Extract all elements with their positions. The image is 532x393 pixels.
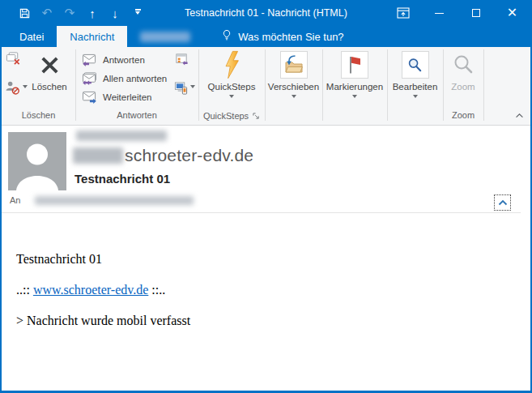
reply-all-button[interactable]: Allen antworten [82, 70, 167, 87]
sender-avatar[interactable] [8, 132, 66, 190]
zoom-magnifier-icon [451, 49, 475, 81]
group-label-zoom: Zoom [443, 110, 483, 122]
close-button[interactable]: ✕ [494, 0, 530, 26]
editing-button-label: Bearbeiten [393, 82, 438, 92]
message-header: schroeter-edv.de Testnachricht 01 An [2, 126, 530, 213]
tab-datei[interactable]: Datei [6, 26, 57, 47]
junk-icon [5, 80, 20, 96]
quicksteps-dropdown-caret [229, 95, 234, 100]
tell-me-box[interactable]: Was möchten Sie tun? [221, 26, 343, 47]
collapse-ribbon-button[interactable] [511, 109, 527, 122]
body-line-1: Testnachricht 01 [16, 252, 514, 266]
header-divider [2, 212, 521, 213]
group-label-loeschen: Löschen [2, 110, 75, 122]
redacted-tab-blur [140, 32, 190, 42]
collapse-header-button[interactable] [494, 194, 511, 211]
tab-redacted[interactable] [127, 26, 203, 47]
lightning-icon [223, 49, 240, 81]
lightbulb-icon [221, 29, 232, 44]
ribbon: Löschen Löschen Antworten Allen antworte… [2, 47, 530, 126]
meeting-reply-icon [175, 53, 189, 66]
im-dropdown-caret [190, 85, 195, 91]
recipient-row: An [10, 194, 194, 207]
im-reply-button[interactable] [174, 81, 195, 95]
reply-envelope-icon [82, 53, 97, 67]
ignore-icon [6, 51, 21, 66]
tell-me-label: Was möchten Sie tun? [238, 31, 343, 43]
delete-x-icon [38, 49, 62, 81]
reply-button[interactable]: Antworten [82, 52, 145, 68]
reply-label: Antworten [103, 55, 145, 65]
reply-all-label: Allen antworten [103, 74, 167, 83]
chevron-up-icon [515, 113, 524, 118]
magnifier-icon [402, 51, 429, 79]
to-label: An [10, 195, 20, 205]
message-subject: Testnachricht 01 [74, 172, 170, 186]
tab-nachricht[interactable]: Nachricht [57, 26, 127, 47]
dialog-launcher-icon[interactable] [253, 113, 260, 120]
sender-prefix-redacted [73, 147, 123, 164]
im-reply-icon [174, 81, 188, 95]
body-line-2: ..:: www.schroeter-edv.de ::.. [16, 283, 514, 297]
group-label-quicksteps: QuickSteps [198, 110, 265, 122]
tags-button-label: Markierungen [326, 82, 383, 92]
editing-dropdown-caret [413, 95, 418, 100]
body-line-3: > Nachricht wurde mobil verfasst [16, 314, 514, 327]
body-line-2-suffix: ::.. [148, 283, 165, 297]
quicksteps-group-label: QuickSteps [203, 111, 249, 121]
delete-button-label: Löschen [32, 82, 66, 92]
meeting-reply-button[interactable] [175, 53, 189, 66]
quicksteps-button-label: QuickSteps [208, 82, 256, 92]
person-silhouette-icon [8, 132, 66, 190]
delete-button[interactable]: Löschen [26, 49, 73, 109]
sender-email[interactable]: schroeter-edv.de [73, 143, 253, 168]
minimize-icon [435, 13, 444, 14]
move-button-label: Verschieben [268, 82, 319, 92]
editing-button[interactable]: Bearbeiten [387, 49, 443, 109]
reply-all-envelope-icon [82, 72, 97, 86]
forward-envelope-icon [82, 91, 97, 105]
minimize-button[interactable] [421, 0, 458, 26]
move-folder-icon [280, 51, 308, 79]
group-label-antworten: Antworten [75, 110, 198, 122]
tags-button[interactable]: Markierungen [322, 49, 387, 109]
message-body: Testnachricht 01 ..:: www.schroeter-edv.… [2, 213, 530, 327]
recipient-redacted[interactable] [35, 196, 194, 205]
titlebar: ↶ ↷ ↑ ↓ Testnachricht 01 - Nachricht (HT… [2, 0, 530, 26]
ribbon-display-options-button[interactable] [385, 0, 421, 26]
forward-label: Weiterleiten [103, 92, 152, 102]
quicksteps-button[interactable]: QuickSteps [203, 49, 260, 109]
flag-icon [341, 51, 368, 79]
maximize-button[interactable] [458, 0, 494, 26]
zoom-button: Zoom [443, 49, 483, 109]
forward-button[interactable]: Weiterleiten [82, 89, 152, 105]
body-line-2-prefix: ..:: [16, 283, 33, 297]
window-controls: ✕ [385, 0, 530, 26]
sender-domain-text: schroeter-edv.de [125, 146, 253, 165]
tags-dropdown-caret [352, 95, 357, 100]
junk-button[interactable] [5, 80, 28, 96]
maximize-icon [472, 9, 480, 17]
ignore-button[interactable] [6, 51, 21, 66]
move-dropdown-caret [292, 95, 296, 100]
zoom-button-label: Zoom [451, 82, 475, 92]
group-separator [483, 49, 484, 121]
ribbon-tab-row: Datei Nachricht Was möchten Sie tun? [2, 26, 530, 47]
message-date-redacted [76, 130, 167, 141]
move-button[interactable]: Verschieben [265, 49, 322, 109]
outlook-message-window: ↶ ↷ ↑ ↓ Testnachricht 01 - Nachricht (HT… [0, 0, 532, 393]
website-link[interactable]: www.schroeter-edv.de [33, 283, 148, 297]
chevron-up-icon [498, 199, 508, 206]
